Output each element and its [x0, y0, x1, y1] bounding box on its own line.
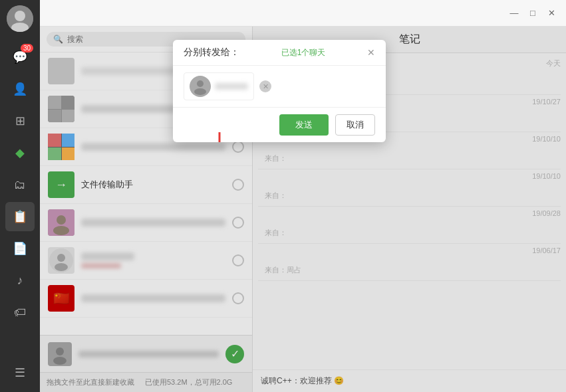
forward-dialog: 分别转发给： 已选1个聊天 ✕ ✕ 发送 取消 — [173, 40, 386, 142]
close-button[interactable]: ✕ — [545, 7, 558, 20]
remove-tag-button[interactable]: ✕ — [259, 80, 271, 92]
list-item[interactable] — [40, 242, 252, 280]
contacts-icon: 👤 — [13, 82, 27, 96]
storage-info: 已使用53.2M，总可用2.0G — [145, 377, 232, 387]
avatar — [48, 247, 74, 274]
avatar[interactable] — [7, 5, 33, 32]
note-item[interactable]: 来自： — [258, 223, 561, 244]
contact-radio[interactable] — [232, 292, 244, 304]
file-transfer-name: 文件传输助手 — [81, 179, 225, 191]
contact-name — [81, 143, 225, 151]
svg-point-7 — [57, 254, 65, 262]
avatar — [48, 96, 74, 122]
music-icon: ♪ — [17, 274, 23, 288]
notes-title: 笔记 — [399, 33, 420, 47]
note-source: 来自： — [265, 153, 554, 163]
note-source: 来自： — [265, 228, 554, 238]
contact-name — [81, 294, 225, 302]
notes-bottom-bar: 诚聘C++：欢迎推荐 😊 — [253, 369, 566, 392]
note-item[interactable]: 来自： — [258, 185, 561, 207]
dialog-selected-area: ✕ — [173, 66, 386, 107]
sidebar-item-chat[interactable]: 💬 30 — [5, 43, 35, 72]
svg-point-1 — [15, 11, 25, 21]
sidebar-item-folder[interactable]: 🗂 — [5, 170, 35, 199]
svg-point-14 — [194, 88, 206, 95]
sidebar-bottom: ☰ — [11, 361, 29, 392]
avatar — [48, 209, 74, 236]
plugin-icon: ◆ — [15, 146, 25, 160]
note-source: 来自：周占 — [265, 265, 554, 275]
note-source: 来自： — [265, 191, 554, 201]
minimize-button[interactable]: — — [507, 7, 521, 20]
folder-icon: 🗂 — [14, 178, 26, 192]
sidebar-menu-button[interactable]: ☰ — [11, 361, 29, 384]
selected-name — [78, 351, 219, 357]
sidebar-item-tag[interactable]: 🏷 — [5, 298, 35, 327]
content-area: 🔍 — [40, 27, 566, 392]
contact-name-area — [81, 252, 225, 268]
svg-point-11 — [53, 357, 67, 365]
selected-tag-name — [215, 83, 248, 90]
selected-tag-avatar — [190, 76, 211, 97]
svg-point-4 — [57, 215, 66, 225]
chat-badge: 30 — [21, 44, 33, 52]
notes-icon: 📋 — [13, 209, 27, 224]
sidebar-item-plugin[interactable]: ◆ — [5, 138, 35, 167]
contact-name — [81, 219, 225, 227]
topbar: — □ ✕ — [40, 0, 566, 27]
contact-radio[interactable] — [232, 141, 244, 153]
note-item[interactable]: 来自： — [258, 148, 561, 169]
avatar — [48, 58, 74, 84]
sidebar-item-apps[interactable]: ⊞ — [5, 106, 35, 136]
window-controls: — □ ✕ — [507, 7, 558, 20]
svg-point-10 — [56, 347, 64, 355]
selected-avatar — [48, 342, 72, 366]
list-item[interactable]: 🇨🇳 — [40, 280, 252, 318]
dialog-close-button[interactable]: ✕ — [367, 47, 375, 58]
bottom-text: 诚聘C++：欢迎推荐 😊 — [261, 376, 344, 385]
dialog-header: 分别转发给： 已选1个聊天 ✕ — [173, 40, 386, 66]
contact-radio[interactable] — [232, 179, 244, 191]
status-bar: 拖拽文件至此直接新建收藏 已使用53.2M，总可用2.0G — [40, 372, 252, 392]
selected-tag — [184, 72, 254, 100]
selected-contact-bar: ✓ — [40, 335, 252, 372]
svg-point-8 — [55, 263, 68, 271]
arrow-indicator — [193, 132, 246, 142]
maximize-button[interactable]: □ — [526, 7, 539, 20]
contact-radio[interactable] — [232, 217, 244, 229]
sidebar-item-music[interactable]: ♪ — [5, 266, 35, 295]
file-transfer-icon: → — [55, 178, 67, 192]
contact-radio[interactable] — [232, 254, 244, 266]
avatar: 🇨🇳 — [48, 285, 74, 312]
list-item[interactable] — [40, 204, 252, 242]
main-area: — □ ✕ 🔍 — [40, 0, 566, 392]
apps-icon: ⊞ — [15, 114, 25, 128]
send-button[interactable]: 发送 — [279, 114, 329, 136]
note-item[interactable]: 来自：周占 — [258, 260, 561, 281]
list-item-file-transfer[interactable]: → 文件传输助手 — [40, 166, 252, 204]
sidebar-item-doc[interactable]: 📄 — [5, 234, 35, 263]
note-date-divider: 19/10/10 — [258, 172, 561, 180]
sidebar-item-contacts[interactable]: 👤 — [5, 74, 35, 104]
tag-icon: 🏷 — [14, 306, 26, 320]
sidebar: 💬 30 👤 ⊞ ◆ 🗂 📋 📄 ♪ 🏷 ☰ — [0, 0, 40, 392]
sidebar-item-notes[interactable]: 📋 — [5, 202, 35, 231]
dialog-footer: 发送 取消 — [173, 107, 386, 142]
cancel-button[interactable]: 取消 — [335, 114, 375, 136]
drag-hint: 拖拽文件至此直接新建收藏 — [47, 377, 134, 387]
avatar — [48, 134, 74, 160]
doc-icon: 📄 — [13, 241, 27, 256]
file-transfer-avatar: → — [48, 171, 74, 198]
selected-check-icon: ✓ — [225, 345, 244, 363]
svg-point-5 — [53, 226, 69, 235]
note-date-divider: 19/06/17 — [258, 246, 561, 254]
svg-point-13 — [197, 80, 204, 87]
note-date-divider: 19/09/28 — [258, 209, 561, 217]
dialog-title: 分别转发给： — [184, 47, 239, 58]
search-icon: 🔍 — [53, 35, 63, 44]
selected-count: 已选1个聊天 — [281, 47, 326, 58]
